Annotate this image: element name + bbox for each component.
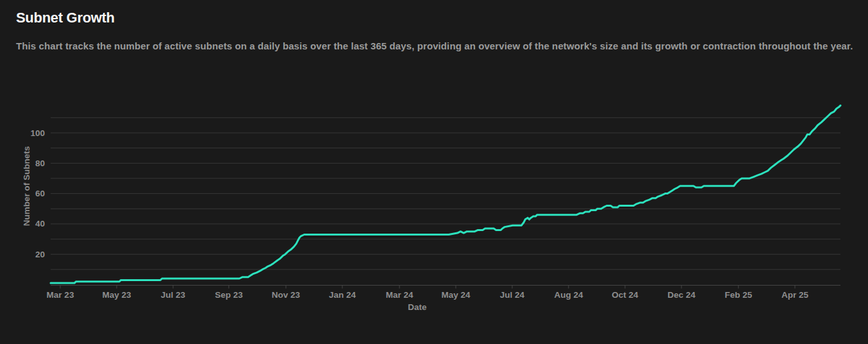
y-axis: 20406080100 — [30, 128, 45, 259]
y-tick-label: 20 — [35, 250, 45, 259]
x-tick-label: Dec 24 — [667, 290, 696, 300]
subnet-growth-line[interactable] — [51, 105, 840, 283]
gridlines — [51, 117, 840, 270]
y-tick-label: 80 — [35, 159, 45, 168]
x-tick-label: Apr 25 — [781, 290, 809, 300]
x-tick-label: Jul 24 — [500, 290, 525, 300]
subnet-growth-chart[interactable]: Mar 23May 23Jul 23Sep 23Nov 23Jan 24Mar … — [0, 0, 868, 344]
x-tick-label: Sep 23 — [215, 290, 243, 300]
x-tick-label: Mar 24 — [386, 290, 413, 300]
x-tick-label: May 23 — [102, 290, 131, 300]
y-tick-label: 100 — [30, 128, 45, 138]
x-tick-label: Jan 24 — [329, 290, 356, 300]
x-axis-title: Date — [408, 302, 427, 312]
y-axis-title: Number of Subnets — [22, 146, 31, 227]
x-tick-label: Mar 23 — [47, 290, 74, 300]
subnet-growth-card: Subnet Growth This chart tracks the numb… — [0, 0, 868, 344]
x-tick-label: Aug 24 — [554, 290, 583, 300]
x-tick-label: Oct 24 — [612, 290, 638, 300]
y-tick-label: 60 — [35, 189, 45, 198]
y-tick-label: 40 — [35, 219, 45, 228]
x-axis: Mar 23May 23Jul 23Sep 23Nov 23Jan 24Mar … — [47, 286, 809, 300]
x-tick-label: Nov 23 — [272, 290, 301, 300]
x-tick-label: Feb 25 — [725, 290, 753, 300]
x-tick-label: May 24 — [441, 290, 471, 300]
x-tick-label: Jul 23 — [161, 290, 186, 300]
